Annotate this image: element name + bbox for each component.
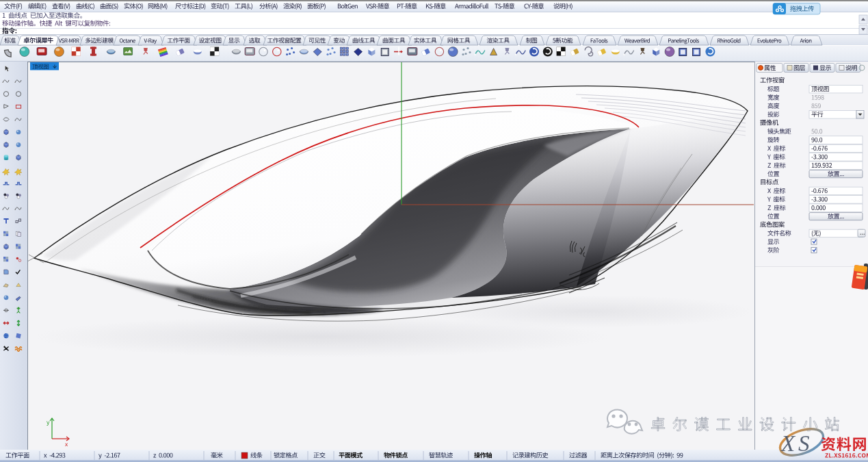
svg-text:X: X <box>780 431 796 456</box>
svg-text:S: S <box>798 431 810 456</box>
